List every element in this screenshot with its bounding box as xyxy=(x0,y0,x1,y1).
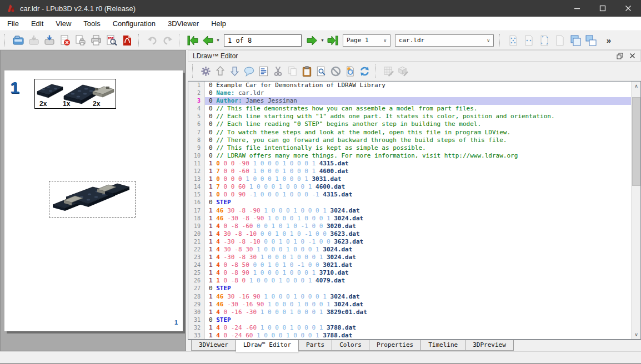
close-button[interactable] xyxy=(615,0,641,17)
float-dock-button[interactable] xyxy=(614,51,626,61)
editor-line[interactable]: 40 // This file demonstrates how you can… xyxy=(188,105,631,113)
editor-line[interactable]: 221 4 30 -8 30 1 0 0 0 1 0 0 0 1 3024.da… xyxy=(188,246,631,254)
editor-line[interactable]: 281 46 30 -16 90 1 0 0 0 1 0 0 0 1 3024.… xyxy=(188,293,631,301)
editor-line[interactable]: 160 STEP xyxy=(188,199,631,206)
tab-ldraw-editor[interactable]: LDraw™ Editor xyxy=(236,340,299,352)
float-icon xyxy=(617,53,623,59)
print-preview-icon xyxy=(74,34,87,47)
scrollbar-thumb[interactable] xyxy=(632,97,640,186)
editor-line[interactable]: 261 1 0 -8 0 1 0 0 0 1 0 0 0 1 4079.dat xyxy=(188,277,631,285)
find-button[interactable] xyxy=(314,64,328,78)
dock-header[interactable]: LDraw™ Editor xyxy=(188,50,641,62)
toolbar-overflow-button[interactable]: » xyxy=(601,33,617,48)
toolbar-separator xyxy=(4,34,8,47)
code-text: 0 // Each line reading "0 STEP" begins a… xyxy=(205,120,631,128)
open-file-button[interactable] xyxy=(11,33,26,48)
export-pdf-preview-button[interactable]: PDF xyxy=(104,33,119,48)
upload-button[interactable] xyxy=(213,64,227,78)
menu-file[interactable]: File xyxy=(1,17,25,31)
pli-count: 1x xyxy=(63,100,70,108)
tab-colors[interactable]: Colors xyxy=(332,340,369,351)
editor-line[interactable]: 131 0 0 0 0 1 0 0 0 1 0 0 0 1 3031.dat xyxy=(188,175,631,183)
add-comment-button[interactable] xyxy=(242,64,256,78)
page-range-input[interactable] xyxy=(224,34,302,47)
scroll-up-icon[interactable]: ∧ xyxy=(632,82,641,90)
menu-edit[interactable]: Edit xyxy=(25,17,49,31)
menu-view[interactable]: View xyxy=(49,17,77,31)
editor-line[interactable]: 151 0 0 0 90 -1 0 0 0 1 0 0 0 -1 4315.da… xyxy=(188,191,631,199)
editor-line[interactable]: 301 4 0 -16 -30 1 0 0 0 1 0 0 0 1 3829c0… xyxy=(188,309,631,316)
editor-line[interactable]: 321 4 0 -24 -60 1 0 0 0 1 0 0 0 1 3788.d… xyxy=(188,324,631,332)
page-preview-panel[interactable]: 1 xyxy=(0,50,186,351)
editor-line[interactable]: 270 STEP xyxy=(188,285,631,292)
editor-text-area[interactable]: 10 Example Car for Demonstration of LDRA… xyxy=(188,81,641,340)
tab-3dpreview[interactable]: 3DPreview xyxy=(465,340,514,351)
editor-line[interactable]: 291 46 -30 -16 90 1 0 0 0 1 0 0 0 1 3024… xyxy=(188,301,631,309)
save-as-button[interactable] xyxy=(42,33,57,48)
previous-page-button[interactable]: ▼ xyxy=(201,33,221,48)
tile-windows-button[interactable] xyxy=(583,33,599,48)
tab-properties[interactable]: Properties xyxy=(369,340,421,351)
tab-parts[interactable]: Parts xyxy=(298,340,332,351)
cancel-edit-button[interactable] xyxy=(328,64,343,78)
paste-button[interactable] xyxy=(299,64,314,78)
editor-line[interactable]: 191 4 0 -8 -60 0 0 1 0 1 0 -1 0 0 3020.d… xyxy=(188,223,631,230)
parts-list-box[interactable]: 2x 1x 2x xyxy=(34,79,116,109)
assembly-selection[interactable] xyxy=(49,181,136,218)
editor-line[interactable]: 201 4 30 -8 -10 0 0 1 0 1 0 -1 0 0 3623.… xyxy=(188,230,631,238)
download-button[interactable] xyxy=(227,64,242,78)
menu-configuration[interactable]: Configuration xyxy=(107,17,162,31)
file-select[interactable]: car.ldr∨ xyxy=(395,34,494,47)
export-pdf-button[interactable] xyxy=(119,33,135,48)
editor-line[interactable]: 141 7 0 0 60 1 0 0 0 1 0 0 0 1 4600.dat xyxy=(188,183,631,191)
step-number[interactable]: 1 xyxy=(10,78,19,97)
close-dock-button[interactable] xyxy=(626,51,638,61)
code-text: 1 4 0 -8 90 1 0 0 0 1 0 0 0 1 3710.dat xyxy=(205,269,631,277)
refresh-button[interactable] xyxy=(357,64,372,78)
maximize-button[interactable] xyxy=(590,0,615,17)
menu-help[interactable]: Help xyxy=(205,17,232,31)
dropdown-caret-icon[interactable]: ▼ xyxy=(320,38,324,42)
instruction-page[interactable]: 1 xyxy=(4,70,183,331)
editor-line[interactable]: 60 // Each line reading "0 STEP" begins … xyxy=(188,120,631,128)
cut-button[interactable] xyxy=(271,64,285,78)
line-number: 6 xyxy=(188,120,205,128)
editor-line[interactable]: 80 // There, you can go forward and back… xyxy=(188,136,631,144)
editor-line[interactable]: 30 Author: James Jessiman xyxy=(188,97,631,105)
tab-timeline[interactable]: Timeline xyxy=(420,340,465,351)
editor-line[interactable]: 310 STEP xyxy=(188,316,631,324)
editor-line[interactable]: 10 Example Car for Demonstration of LDRA… xyxy=(188,82,631,89)
tab-3dviewer[interactable]: 3DViewer xyxy=(191,340,236,351)
menu-3dviewer[interactable]: 3DViewer xyxy=(162,17,205,31)
editor-line[interactable]: 50 // Each line starting with "1" adds o… xyxy=(188,113,631,120)
scroll-down-icon[interactable]: ∨ xyxy=(632,330,641,339)
cascade-windows-button[interactable] xyxy=(568,33,583,48)
editor-scrollbar[interactable]: ∧ ∨ xyxy=(631,82,640,339)
editor-line[interactable]: 90 // This file intentionally is kept as… xyxy=(188,144,631,152)
page-select[interactable]: Page 1∨ xyxy=(343,34,390,47)
editor-line[interactable]: 70 // To watch these steps and look at t… xyxy=(188,129,631,136)
menu-tools[interactable]: Tools xyxy=(77,17,106,31)
editor-line[interactable]: 121 7 0 0 -60 1 0 0 0 1 0 0 0 1 4600.dat xyxy=(188,168,631,175)
next-page-button[interactable]: ▼ xyxy=(305,33,325,48)
editor-line[interactable]: 181 46 -30 -8 -90 1 0 0 0 1 0 0 0 1 3024… xyxy=(188,215,631,223)
close-file-button[interactable] xyxy=(57,33,73,48)
first-page-button[interactable] xyxy=(185,33,201,48)
dropdown-caret-icon[interactable]: ▼ xyxy=(216,38,220,42)
editor-line[interactable]: 251 4 0 -8 90 1 0 0 0 1 0 0 0 1 3710.dat xyxy=(188,269,631,277)
editor-line[interactable]: 231 4 -30 -8 30 1 0 0 0 1 0 0 0 1 3024.d… xyxy=(188,254,631,261)
editor-line[interactable]: 20 Name: car.ldr xyxy=(188,89,631,97)
editor-line[interactable]: 100 // LDRAW offers many more things. Fo… xyxy=(188,152,631,160)
last-page-button[interactable] xyxy=(325,33,340,48)
print-file-button[interactable] xyxy=(88,33,104,48)
print-preview-button[interactable] xyxy=(73,33,88,48)
format-document-button[interactable] xyxy=(256,64,271,78)
editor-line[interactable]: 111 0 0 0 -90 1 0 0 0 1 0 0 0 1 4315.dat xyxy=(188,160,631,168)
editor-line[interactable]: 211 4 -30 -8 -10 0 0 1 0 1 0 -1 0 0 3623… xyxy=(188,238,631,246)
editor-line[interactable]: 331 4 0 -24 60 1 0 0 0 1 0 0 0 1 3788.da… xyxy=(188,332,631,340)
minimize-button[interactable] xyxy=(564,0,590,17)
update-model-button[interactable] xyxy=(343,64,357,78)
editor-line[interactable]: 171 46 30 -8 -90 1 0 0 0 1 0 0 0 1 3024.… xyxy=(188,207,631,215)
preferences-button[interactable] xyxy=(198,64,213,78)
editor-line[interactable]: 241 4 0 -8 50 0 0 1 0 1 0 -1 0 0 3021.da… xyxy=(188,261,631,269)
